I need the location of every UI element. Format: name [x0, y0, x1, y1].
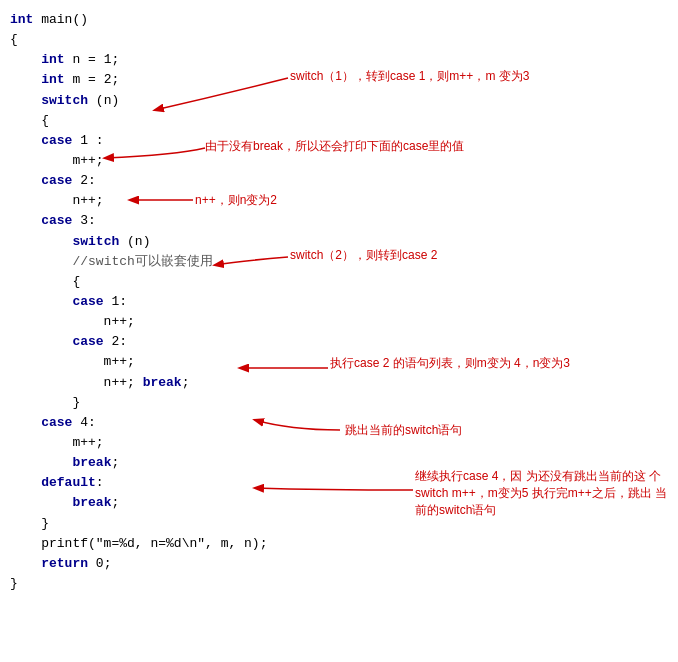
code-block: int main() { int n = 1; int m = 2; switc…: [10, 10, 267, 594]
code-line-6: {: [10, 111, 267, 131]
code-line-16: n++;: [10, 312, 267, 332]
code-line-26: }: [10, 514, 267, 534]
annotation-break: 跳出当前的switch语句: [345, 422, 462, 439]
code-line-3: int n = 1;: [10, 50, 267, 70]
annotation-nobreak: 由于没有break，所以还会打印下面的case里的值: [205, 138, 464, 155]
code-line-24: default:: [10, 473, 267, 493]
code-line-17: case 2:: [10, 332, 267, 352]
code-line-5: switch (n): [10, 91, 267, 111]
code-line-21: case 4:: [10, 413, 267, 433]
code-line-22: m++;: [10, 433, 267, 453]
annotation-case2exec: 执行case 2 的语句列表，则m变为 4，n变为3: [330, 355, 570, 372]
code-line-20: }: [10, 393, 267, 413]
code-line-2: {: [10, 30, 267, 50]
code-line-11: case 3:: [10, 211, 267, 231]
code-line-4: int m = 2;: [10, 70, 267, 90]
code-line-28: return 0;: [10, 554, 267, 574]
code-line-15: case 1:: [10, 292, 267, 312]
annotation-case4: 继续执行case 4，因 为还没有跳出当前的这 个switch m++，m变为5…: [415, 468, 678, 518]
annotation-switch2: switch（2），则转到case 2: [290, 247, 437, 264]
code-line-18: m++;: [10, 352, 267, 372]
code-line-25: break;: [10, 493, 267, 513]
code-line-29: }: [10, 574, 267, 594]
code-line-23: break;: [10, 453, 267, 473]
code-line-19: n++; break;: [10, 373, 267, 393]
code-line-12: switch (n): [10, 232, 267, 252]
code-line-1: int main(): [10, 10, 267, 30]
annotation-npp: n++，则n变为2: [195, 192, 277, 209]
code-line-27: printf("m=%d, n=%d\n", m, n);: [10, 534, 267, 554]
code-line-9: case 2:: [10, 171, 267, 191]
code-line-13: //switch可以嵌套使用: [10, 252, 267, 272]
code-line-14: {: [10, 272, 267, 292]
annotation-switch1: switch（1），转到case 1，则m++，m 变为3: [290, 68, 529, 85]
